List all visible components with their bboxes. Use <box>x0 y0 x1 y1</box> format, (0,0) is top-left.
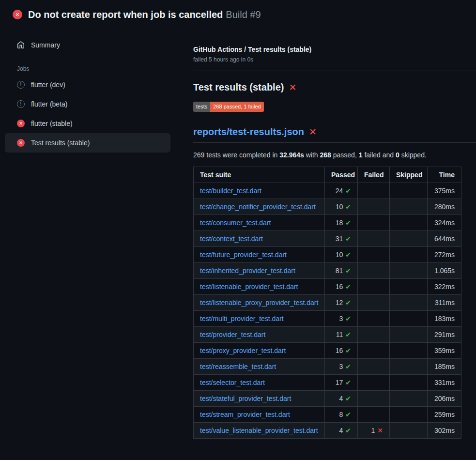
badge-value: 268 passed, 1 failed <box>210 102 263 112</box>
passed-check-icon: ✔ <box>345 411 351 418</box>
passed-check-icon: ✔ <box>345 299 351 307</box>
test-suite-link[interactable]: test/future_provider_test.dart <box>200 251 287 259</box>
test-suite-link[interactable]: test/multi_provider_test.dart <box>200 315 284 322</box>
time-value: 1.065s <box>434 267 455 275</box>
time-value: 359ms <box>434 347 455 354</box>
passed-count: 11 <box>336 331 343 338</box>
table-row: test/inherited_provider_test.dart 81✔ 1.… <box>194 263 461 279</box>
passed-count: 8 <box>339 411 343 418</box>
job-label: Test results (stable) <box>31 138 90 148</box>
time-value: 206ms <box>434 395 455 402</box>
sidebar-item-summary[interactable]: Summary <box>5 35 170 55</box>
test-suite-link[interactable]: test/change_notifier_provider_test.dart <box>200 203 316 211</box>
table-row: test/context_test.dart 31✔ 644ms <box>194 231 461 247</box>
test-suite-link[interactable]: test/consumer_test.dart <box>200 219 271 227</box>
test-suite-link[interactable]: test/proxy_provider_test.dart <box>200 347 286 354</box>
job-status-icon: ! <box>17 100 25 108</box>
passed-check-icon: ✔ <box>345 283 351 291</box>
check-run-header: ✕ Do not create report when job is cance… <box>0 0 476 27</box>
passed-check-icon: ✔ <box>345 187 351 195</box>
time-value: 291ms <box>434 331 455 338</box>
passed-count: 24 <box>336 187 343 195</box>
passed-count: 3 <box>339 363 343 370</box>
test-suite-link[interactable]: test/listenable_proxy_provider_test.dart <box>200 299 318 307</box>
build-number: Build #9 <box>226 9 261 20</box>
table-row: test/consumer_test.dart 18✔ 324ms <box>194 215 461 231</box>
job-label: flutter (dev) <box>31 80 65 90</box>
sidebar-job-item[interactable]: ✕ flutter (stable) <box>5 114 170 133</box>
jobs-sidebar: Summary Jobs ! flutter (dev) ! flutter (… <box>0 27 170 153</box>
passed-count: 12 <box>336 299 343 307</box>
test-summary-text: 269 tests were completed in 32.964s with… <box>193 151 476 159</box>
job-label: flutter (beta) <box>31 99 67 109</box>
failed-x-icon: ✕ <box>309 126 317 138</box>
job-label: flutter (stable) <box>31 119 73 128</box>
time-value: 302ms <box>434 427 455 434</box>
jobs-list: ! flutter (dev) ! flutter (beta) ✕ flutt… <box>5 75 170 153</box>
test-suite-link[interactable]: test/value_listenable_provider_test.dart <box>200 427 318 434</box>
table-row: test/multi_provider_test.dart 3✔ 183ms <box>194 311 461 327</box>
test-suite-link[interactable]: test/reassemble_test.dart <box>200 363 276 370</box>
jobs-section-label: Jobs <box>17 65 170 72</box>
column-header-passed: Passed <box>325 167 358 183</box>
time-value: 322ms <box>434 283 455 291</box>
test-suite-link[interactable]: test/builder_test.dart <box>200 187 261 195</box>
passed-count: 81 <box>336 267 343 275</box>
duration-value: 32.964s <box>279 151 304 159</box>
table-row: test/change_notifier_provider_test.dart … <box>194 199 461 215</box>
failed-x-icon: ✕ <box>289 82 296 93</box>
summary-label: Summary <box>31 40 60 50</box>
time-value: 644ms <box>434 235 455 243</box>
failed-count: 1 <box>371 427 375 434</box>
time-value: 311ms <box>435 299 455 307</box>
table-row: test/listenable_proxy_provider_test.dart… <box>194 295 461 311</box>
report-file-link[interactable]: reports/test-results.json <box>193 126 304 138</box>
run-title-text: Do not create report when job is cancell… <box>28 9 223 20</box>
passed-count: 4 <box>339 427 343 434</box>
job-status-icon: ✕ <box>17 120 25 127</box>
run-status-line: failed 5 hours ago in 0s <box>193 56 476 63</box>
home-icon <box>17 41 25 49</box>
column-header-skipped: Skipped <box>390 167 428 183</box>
sidebar-job-item[interactable]: ! flutter (dev) <box>5 75 170 94</box>
check-run-content: GitHub Actions / Test results (stable) f… <box>170 27 476 439</box>
test-suite-link[interactable]: test/listenable_provider_test.dart <box>200 283 298 291</box>
passed-check-icon: ✔ <box>345 315 351 322</box>
passed-count: 31 <box>336 235 343 243</box>
passed-count: 18 <box>336 219 343 227</box>
table-row: test/selector_test.dart 17✔ 331ms <box>194 375 461 391</box>
failed-x-icon: ✕ <box>377 427 383 434</box>
passed-check-icon: ✔ <box>345 363 351 370</box>
passed-check-icon: ✔ <box>345 251 351 259</box>
test-suite-link[interactable]: test/stream_provider_test.dart <box>200 411 290 418</box>
test-suite-link[interactable]: test/selector_test.dart <box>200 379 265 386</box>
sidebar-job-item[interactable]: ✕ Test results (stable) <box>5 133 170 153</box>
test-results-table: Test suite Passed Failed Skipped Time te… <box>193 167 461 439</box>
test-suite-link[interactable]: test/context_test.dart <box>200 235 263 243</box>
passed-check-icon: ✔ <box>345 427 351 434</box>
job-status-icon: ✕ <box>17 139 25 147</box>
table-row: test/future_provider_test.dart 10✔ 272ms <box>194 247 461 263</box>
table-row: test/stream_provider_test.dart 8✔ 259ms <box>194 407 461 423</box>
test-suite-link[interactable]: test/inherited_provider_test.dart <box>200 267 295 275</box>
passed-check-icon: ✔ <box>345 331 351 338</box>
time-value: 183ms <box>434 315 455 322</box>
table-row: test/provider_test.dart 11✔ 291ms <box>194 327 461 343</box>
test-suite-link[interactable]: test/stateful_provider_test.dart <box>200 395 291 402</box>
skipped-total: 0 <box>396 151 399 159</box>
report-file-heading: reports/test-results.json ✕ <box>193 126 476 143</box>
passed-check-icon: ✔ <box>345 267 351 275</box>
table-row: test/reassemble_test.dart 3✔ 185ms <box>194 359 461 375</box>
table-row: test/builder_test.dart 24✔ 375ms <box>194 183 461 199</box>
time-value: 259ms <box>434 411 455 418</box>
passed-count: 10 <box>336 203 343 211</box>
table-row: test/value_listenable_provider_test.dart… <box>194 423 461 439</box>
passed-check-icon: ✔ <box>345 347 351 354</box>
passed-check-icon: ✔ <box>345 235 351 243</box>
column-header-time: Time <box>428 167 461 183</box>
table-row: test/proxy_provider_test.dart 16✔ 359ms <box>194 343 461 359</box>
sidebar-job-item[interactable]: ! flutter (beta) <box>5 94 170 114</box>
passed-check-icon: ✔ <box>345 219 351 227</box>
breadcrumb: GitHub Actions / Test results (stable) <box>193 45 476 54</box>
test-suite-link[interactable]: test/provider_test.dart <box>200 331 265 338</box>
